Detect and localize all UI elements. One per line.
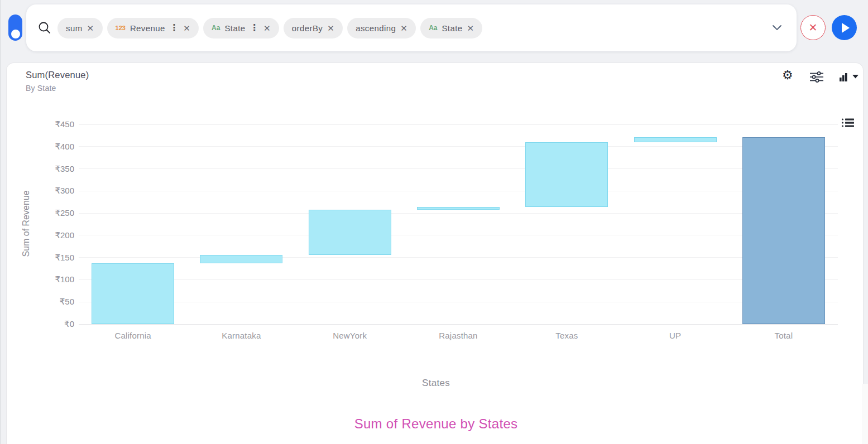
y-axis-title: Sum of Revenue bbox=[21, 179, 31, 268]
bar-texas[interactable] bbox=[525, 142, 608, 207]
bar-newyork[interactable] bbox=[309, 210, 391, 255]
app-window: sum✕123Revenue⋮✕AaState⋮✕orderBy✕ascendi… bbox=[0, 0, 868, 444]
query-search-bar[interactable]: sum✕123Revenue⋮✕AaState⋮✕orderBy✕ascendi… bbox=[26, 4, 797, 51]
text-field-icon: Aa bbox=[212, 24, 220, 32]
kebab-menu-icon[interactable]: ⋮ bbox=[170, 23, 179, 32]
query-token-list: sum✕123Revenue⋮✕AaState⋮✕orderBy✕ascendi… bbox=[57, 18, 769, 38]
token-label: ascending bbox=[356, 23, 396, 33]
y-tick-label: ₹100 bbox=[32, 274, 74, 284]
waterfall-plot-area bbox=[79, 124, 838, 324]
y-tick-label: ₹400 bbox=[32, 142, 74, 152]
y-tick-label: ₹300 bbox=[32, 186, 74, 196]
bar-rajasthan[interactable] bbox=[417, 207, 500, 210]
cancel-query-button[interactable]: ✕ bbox=[800, 15, 826, 40]
run-query-button[interactable] bbox=[832, 15, 857, 40]
context-menu-list-icon[interactable] bbox=[841, 118, 855, 132]
bar-total[interactable] bbox=[742, 137, 825, 324]
chart-type-selector[interactable] bbox=[839, 71, 859, 82]
remove-token-icon[interactable]: ✕ bbox=[87, 24, 94, 32]
remove-token-icon[interactable]: ✕ bbox=[400, 24, 407, 32]
chevron-down-icon[interactable] bbox=[769, 22, 785, 34]
bar-chart-icon bbox=[839, 71, 850, 82]
numeric-field-icon: 123 bbox=[116, 25, 126, 31]
x-axis-title: States bbox=[34, 378, 838, 389]
app-logo-knob bbox=[11, 30, 20, 38]
remove-token-icon[interactable]: ✕ bbox=[327, 24, 334, 32]
chart-card-title: Sum(Revenue) bbox=[26, 70, 89, 80]
chart-card-subtitle: By State bbox=[26, 84, 56, 93]
search-icon bbox=[37, 21, 52, 35]
bar-up[interactable] bbox=[634, 137, 717, 142]
y-tick-label: ₹200 bbox=[32, 230, 74, 240]
bar-karnataka[interactable] bbox=[200, 255, 282, 263]
kebab-menu-icon[interactable]: ⋮ bbox=[250, 23, 258, 32]
scrollbar-track[interactable] bbox=[862, 384, 868, 444]
chart-bottom-title: Sum of Revenue by States bbox=[34, 416, 838, 432]
x-tick-label-rajasthan: Rajasthan bbox=[404, 331, 512, 340]
token-label: sum bbox=[66, 23, 83, 33]
query-token-state[interactable]: AaState⋮✕ bbox=[203, 18, 279, 38]
settings-gear-icon[interactable]: ⚙ bbox=[782, 69, 793, 81]
app-logo bbox=[8, 15, 22, 41]
query-token-revenue[interactable]: 123Revenue⋮✕ bbox=[107, 18, 199, 38]
caret-down-icon bbox=[852, 74, 859, 79]
close-icon: ✕ bbox=[809, 21, 818, 34]
x-tick-label-up: UP bbox=[621, 331, 729, 340]
filter-sliders-icon[interactable] bbox=[809, 71, 824, 83]
token-label: Revenue bbox=[130, 23, 165, 33]
query-token-orderby[interactable]: orderBy✕ bbox=[284, 18, 343, 38]
y-tick-label: ₹450 bbox=[32, 119, 74, 129]
x-tick-label-karnataka: Karnataka bbox=[187, 331, 295, 340]
remove-token-icon[interactable]: ✕ bbox=[183, 24, 190, 32]
text-field-icon: Aa bbox=[429, 24, 437, 32]
token-label: orderBy bbox=[292, 23, 323, 33]
x-tick-label-california: California bbox=[79, 331, 187, 340]
y-tick-label: ₹250 bbox=[32, 208, 74, 218]
bar-california[interactable] bbox=[92, 263, 174, 324]
token-label: State bbox=[442, 23, 462, 33]
remove-token-icon[interactable]: ✕ bbox=[467, 24, 474, 32]
token-label: State bbox=[224, 23, 245, 33]
x-tick-label-newyork: NewYork bbox=[296, 331, 404, 340]
play-icon bbox=[842, 23, 850, 33]
y-tick-label: ₹150 bbox=[32, 253, 74, 263]
y-tick-label: ₹50 bbox=[32, 297, 74, 307]
query-token-sum[interactable]: sum✕ bbox=[57, 18, 103, 38]
query-token-ascending[interactable]: ascending✕ bbox=[347, 18, 416, 38]
x-tick-label-total: Total bbox=[730, 331, 838, 340]
query-token-state[interactable]: AaState✕ bbox=[420, 18, 482, 38]
remove-token-icon[interactable]: ✕ bbox=[263, 24, 271, 32]
y-tick-label: ₹350 bbox=[32, 164, 74, 174]
y-tick-label: ₹0 bbox=[32, 319, 74, 329]
x-tick-label-texas: Texas bbox=[512, 331, 621, 340]
